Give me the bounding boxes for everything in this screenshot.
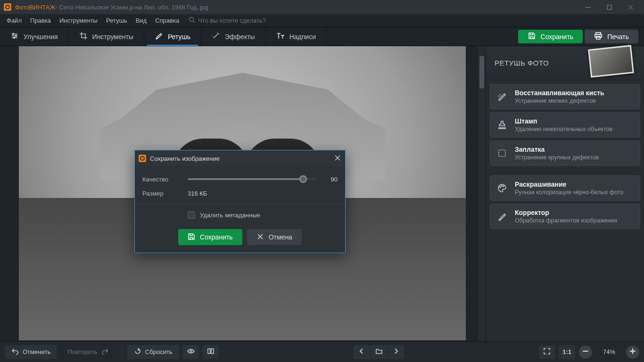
patch-icon: [496, 147, 508, 159]
tab-label: Улучшения: [24, 33, 58, 41]
close-icon: [256, 233, 264, 242]
undo-button[interactable]: Отменить: [5, 345, 57, 359]
toolbar-save-label: Сохранить: [541, 33, 574, 41]
menu-file[interactable]: Файл: [3, 15, 25, 26]
tab-effects[interactable]: Эффекты: [201, 27, 266, 46]
palette-icon: [496, 182, 508, 194]
sidebar-item-stamp[interactable]: Штамп Удаление нежелательных объектов: [490, 112, 640, 138]
sidebar-item-healing-brush[interactable]: Восстанавливающая кисть Устранение мелки…: [490, 84, 640, 109]
save-image-dialog: Сохранить изображение Качество 90 Размер…: [134, 150, 346, 253]
window-maximize-button[interactable]: [599, 0, 620, 14]
tab-tools[interactable]: Инструменты: [69, 27, 144, 46]
tab-label: Надписи: [289, 33, 316, 41]
redo-label: Повторить: [67, 348, 97, 355]
window-minimize-button[interactable]: [578, 0, 599, 14]
size-label: Размер: [142, 190, 188, 197]
brush-icon: [155, 32, 163, 41]
sidebar-item-sub: Обработка фрагментов изображения: [515, 217, 617, 224]
compare-toggle-button[interactable]: [203, 345, 219, 359]
app-logo-icon: [4, 3, 11, 11]
quality-label: Качество: [142, 176, 188, 183]
eye-icon: [187, 347, 195, 356]
tab-improvements[interactable]: Улучшения: [0, 27, 69, 46]
dialog-cancel-button[interactable]: Отмена: [247, 229, 302, 245]
sidebar-item-title: Корректор: [515, 209, 617, 216]
window-close-button[interactable]: [620, 0, 641, 14]
svg-rect-7: [596, 36, 600, 39]
dialog-close-button[interactable]: [335, 155, 340, 162]
toolbar-print-button[interactable]: Печать: [585, 30, 638, 43]
fit-screen-icon: [543, 347, 551, 356]
vertical-scrollbar[interactable]: [478, 46, 486, 341]
prev-file-button[interactable]: [353, 345, 370, 359]
preview-toggle-button[interactable]: [183, 345, 199, 359]
app-name: ФотоВИНТАЖ: [15, 4, 55, 11]
menu-edit[interactable]: Правка: [26, 15, 55, 26]
reset-icon: [134, 347, 141, 356]
scrollbar-thumb[interactable]: [479, 56, 484, 89]
reset-button[interactable]: Сбросить: [127, 345, 179, 359]
dialog-save-button[interactable]: Сохранить: [178, 229, 242, 245]
undo-icon: [11, 347, 19, 356]
sidebar-item-title: Штамп: [515, 117, 612, 125]
dialog-cancel-label: Отмена: [269, 233, 292, 241]
svg-point-10: [501, 185, 502, 186]
improvements-icon: [10, 32, 19, 41]
save-icon: [188, 233, 195, 242]
actual-size-button[interactable]: 1:1: [559, 345, 575, 359]
slider-knob[interactable]: [299, 175, 307, 183]
fit-screen-button[interactable]: [539, 345, 555, 359]
quality-slider[interactable]: [188, 178, 316, 180]
app-logo-icon: [139, 155, 146, 162]
menubar: Файл Правка Инструменты Ретушь Вид Справ…: [0, 14, 644, 27]
sidebar-item-colorize[interactable]: Раскрашивание Ручная колоризация чёрно-б…: [490, 175, 640, 201]
open-folder-button[interactable]: [370, 345, 387, 359]
search-input[interactable]: Что вы хотите сделать?: [198, 17, 283, 24]
redo-icon: [101, 347, 109, 356]
healing-brush-icon: [496, 90, 508, 103]
window-file-name: - Село Никольское Усман.р-на Лип. обл. 1…: [55, 4, 208, 11]
minus-icon: [582, 347, 589, 356]
file-nav-group: [353, 345, 404, 359]
tab-retouch[interactable]: Ретушь: [144, 27, 201, 46]
compare-icon: [207, 347, 215, 356]
tab-captions[interactable]: Надписи: [266, 27, 327, 46]
svg-point-2: [13, 33, 14, 35]
menu-help[interactable]: Справка: [151, 15, 183, 26]
svg-point-11: [503, 186, 504, 187]
plus-icon: [629, 347, 636, 356]
tab-label: Инструменты: [92, 33, 133, 41]
menu-view[interactable]: Вид: [132, 15, 151, 26]
zoom-in-button[interactable]: [626, 346, 639, 359]
svg-point-12: [190, 350, 192, 352]
redo-button[interactable]: Повторить: [61, 345, 115, 359]
sidebar-item-patch[interactable]: Заплатка Устранение крупных дефектов: [490, 140, 640, 166]
svg-rect-14: [211, 349, 214, 354]
toolbar-save-button[interactable]: Сохранить: [518, 30, 583, 43]
chevron-right-icon: [392, 347, 400, 356]
sidebar-item-sub: Удаление нежелательных объектов: [515, 126, 612, 132]
sidebar-item-sub: Устранение крупных дефектов: [515, 154, 599, 161]
menu-tools[interactable]: Инструменты: [56, 15, 101, 26]
sidebar-item-corrector[interactable]: Корректор Обработка фрагментов изображен…: [490, 204, 640, 229]
next-file-button[interactable]: [387, 345, 404, 359]
menu-retouch[interactable]: Ретушь: [102, 15, 131, 26]
text-icon: [276, 32, 285, 41]
svg-point-3: [16, 35, 17, 37]
quality-value: 90: [322, 176, 338, 183]
size-value: 316 КБ: [188, 190, 207, 197]
svg-point-9: [500, 187, 501, 188]
toolbar-tabs: Улучшения Инструменты Ретушь Эффекты Над…: [0, 27, 644, 46]
retouch-sidebar: РЕТУШЬ ФОТО Восстанавливающая кисть Устр…: [486, 46, 644, 341]
toolbar-print-label: Печать: [607, 33, 629, 41]
svg-point-4: [14, 37, 15, 39]
tab-label: Ретушь: [168, 33, 190, 41]
svg-rect-8: [499, 150, 505, 156]
search-icon: [189, 16, 195, 25]
zoom-out-button[interactable]: [579, 346, 592, 359]
svg-rect-0: [607, 5, 611, 9]
sidebar-item-title: Заплатка: [515, 146, 599, 153]
sidebar-item-sub: Ручная колоризация чёрно-белых фото: [515, 189, 623, 196]
sidebar-preview-thumb: [588, 45, 634, 77]
delete-metadata-checkbox[interactable]: [188, 211, 195, 219]
